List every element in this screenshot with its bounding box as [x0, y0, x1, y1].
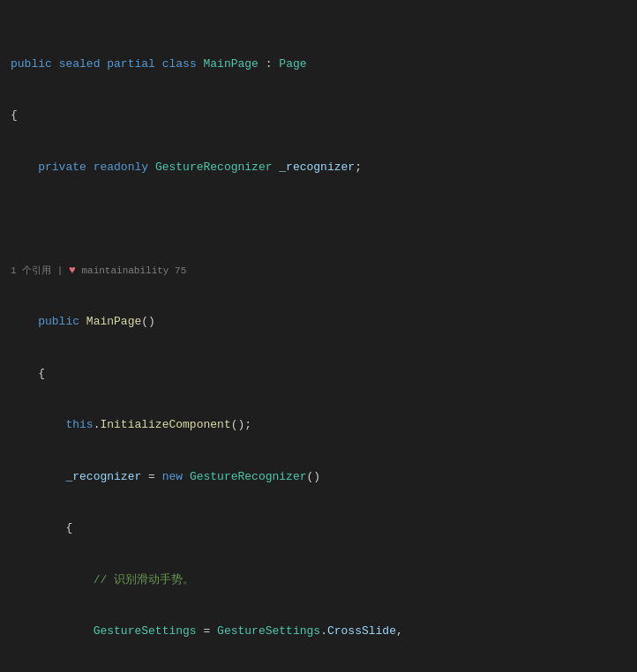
code-line: { [0, 107, 637, 124]
code-line [0, 210, 637, 228]
code-line: public MainPage() [0, 313, 637, 331]
meta-line: 1 个引用 | ♥ maintainability 75 [0, 262, 637, 280]
code-editor: public sealed partial class MainPage : P… [0, 0, 637, 672]
code-line: { [0, 519, 637, 537]
code-line: private readonly GestureRecognizer _reco… [0, 159, 637, 176]
code-line: // 识别滑动手势。 [0, 571, 637, 589]
code-line: _recognizer = new GestureRecognizer() [0, 468, 637, 486]
code-line: { [0, 365, 637, 383]
code-line: GestureSettings = GestureSettings.CrossS… [0, 623, 637, 640]
code-line: public sealed partial class MainPage : P… [0, 56, 637, 73]
code-line: this.InitializeComponent(); [0, 416, 637, 434]
